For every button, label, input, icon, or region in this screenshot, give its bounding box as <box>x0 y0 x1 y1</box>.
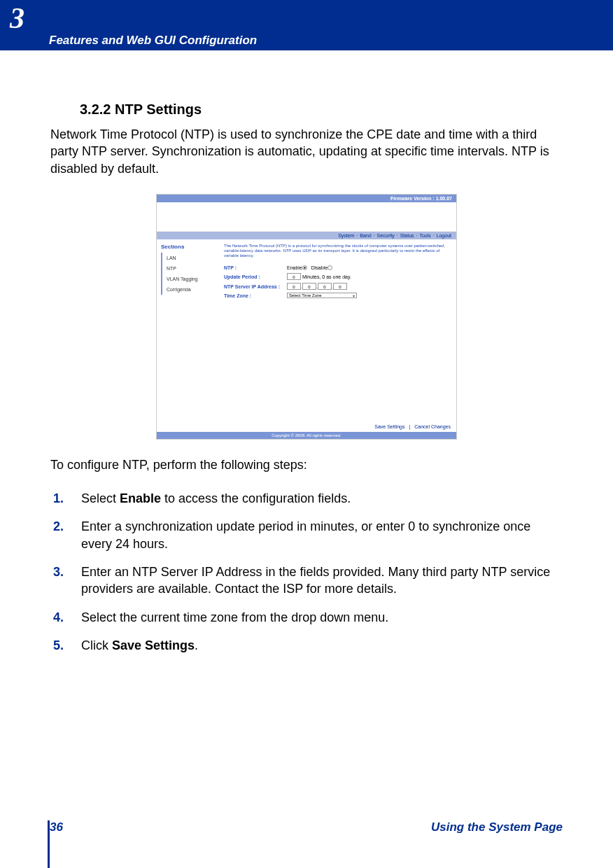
footer-stub <box>48 823 50 868</box>
save-settings-link[interactable]: Save Settings <box>374 424 404 429</box>
ntp-label: NTP : <box>224 265 287 270</box>
disable-radio[interactable] <box>327 265 332 270</box>
step-number: 5. <box>53 637 81 654</box>
chapter-number: 3 <box>10 1 24 35</box>
step-text: Select the current time zone from the dr… <box>81 609 563 626</box>
ip-octet-2[interactable]: 0 <box>302 283 316 290</box>
page-footer: 36 Using the System Page <box>48 820 563 834</box>
update-row: Update Period : 0 Minutes, 0 as one day. <box>224 273 452 280</box>
embedded-screenshot: Firmware Version : 1.00.07 System · Band… <box>156 194 457 440</box>
nav-item[interactable]: Security <box>377 233 395 238</box>
sidebar-item-corrigenda[interactable]: Corrigenda <box>161 284 216 295</box>
tz-row: Time Zone : Select Time Zone <box>224 293 452 298</box>
page-number-box: 36 <box>48 820 63 834</box>
header-title: Features and Web GUI Configuration <box>49 34 257 48</box>
tz-select[interactable]: Select Time Zone <box>287 293 357 298</box>
sidebar: Sections LAN NTP VLAN Tagging Corrigenda <box>157 239 220 421</box>
nav-item[interactable]: Tools <box>419 233 430 238</box>
section-intro: Network Time Protocol (NTP) is used to s… <box>50 126 563 177</box>
step-number: 4. <box>53 609 81 626</box>
sidebar-item-ntp[interactable]: NTP <box>161 263 216 274</box>
main-panel: The Network Time Protocol (NTP) is a pro… <box>220 239 456 421</box>
disable-label: Disable <box>311 265 327 270</box>
lead-in: To configure NTP, perform the following … <box>50 456 563 473</box>
step-5: 5. Click Save Settings. <box>50 637 563 654</box>
ip-octet-1[interactable]: 0 <box>287 283 301 290</box>
steps-list: 1. Select Enable to access the configura… <box>50 490 563 654</box>
update-suffix: Minutes, 0 as one day. <box>302 274 351 279</box>
section-heading: 3.2.2 NTP Settings <box>80 102 563 118</box>
update-label: Update Period : <box>224 274 287 279</box>
footer-title: Using the System Page <box>431 820 563 834</box>
nav-item[interactable]: Logout <box>437 233 451 238</box>
enable-label: Enable <box>287 265 302 270</box>
nav-bar: System · Band · Security · Status · Tool… <box>157 232 456 239</box>
step-number: 2. <box>53 518 81 552</box>
step-text: Enter an NTP Server IP Address in the fi… <box>81 564 563 598</box>
step-2: 2. Enter a synchronization update period… <box>50 518 563 552</box>
section-title: NTP Settings <box>115 102 202 117</box>
ntp-row: NTP : Enable Disable <box>224 265 452 270</box>
page-header: 3 Features and Web GUI Configuration <box>0 0 613 50</box>
screenshot-footer: Save Settings | Cancel Changes <box>157 421 456 432</box>
content-area: 3.2.2 NTP Settings Network Time Protocol… <box>50 102 563 665</box>
brand-area <box>157 202 456 232</box>
enable-radio[interactable] <box>302 265 307 270</box>
nav-item[interactable]: Status <box>400 233 414 238</box>
step-1: 1. Select Enable to access the configura… <box>50 490 563 507</box>
copyright: Copyright © 2008. All rights reserved. <box>157 432 456 439</box>
panel-intro: The Network Time Protocol (NTP) is a pro… <box>224 244 452 259</box>
step-text: Select Enable to access the configuratio… <box>81 490 563 507</box>
ip-octet-3[interactable]: 0 <box>318 283 332 290</box>
ip-label: NTP Server IP Address : <box>224 284 287 289</box>
update-input[interactable]: 0 <box>287 273 301 280</box>
screenshot-body: Sections LAN NTP VLAN Tagging Corrigenda… <box>157 239 456 421</box>
tz-label: Time Zone : <box>224 293 287 298</box>
ip-octet-4[interactable]: 0 <box>333 283 347 290</box>
firmware-version: Firmware Version : 1.00.07 <box>157 195 456 202</box>
section-number: 3.2.2 <box>80 102 111 117</box>
sidebar-item-vlan[interactable]: VLAN Tagging <box>161 274 216 284</box>
nav-item[interactable]: Band <box>360 233 371 238</box>
step-4: 4. Select the current time zone from the… <box>50 609 563 626</box>
step-number: 1. <box>53 490 81 507</box>
sidebar-title: Sections <box>161 244 216 250</box>
footer-separator: | <box>409 424 410 429</box>
step-number: 3. <box>53 564 81 598</box>
nav-item[interactable]: System <box>338 233 354 238</box>
step-text: Enter a synchronization update period in… <box>81 518 563 552</box>
step-3: 3. Enter an NTP Server IP Address in the… <box>50 564 563 598</box>
page-number: 36 <box>50 820 63 834</box>
sidebar-item-lan[interactable]: LAN <box>161 253 216 263</box>
step-text: Click Save Settings. <box>81 637 563 654</box>
cancel-changes-link[interactable]: Cancel Changes <box>414 424 451 429</box>
ip-row: NTP Server IP Address : 0 . 0 . 0 . 0 <box>224 283 452 290</box>
